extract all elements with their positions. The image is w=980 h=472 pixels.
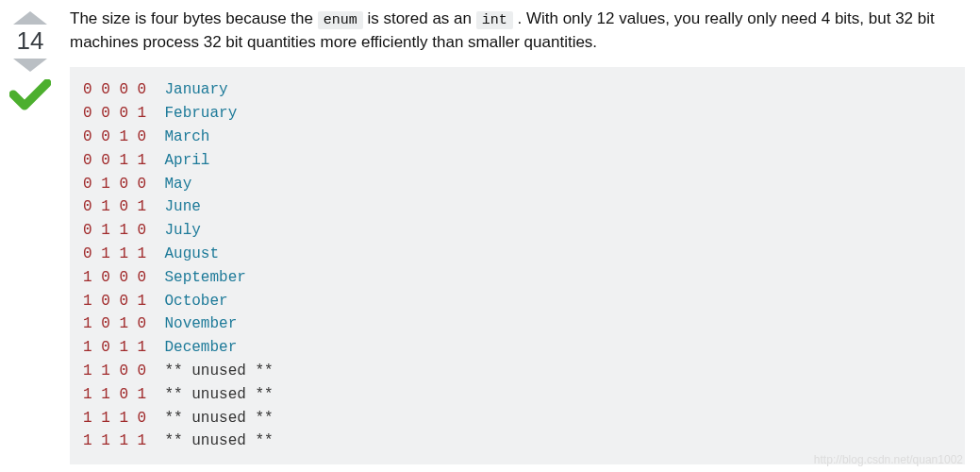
answer-body: The size is four bytes because the enum … — [70, 8, 965, 464]
answer-container: 14 The size is four bytes because the en… — [8, 8, 965, 464]
month-label: May — [164, 176, 191, 193]
code-line: 0 0 1 0 March — [83, 126, 952, 149]
code-line: 0 0 0 0 January — [83, 78, 952, 102]
accepted-check-icon[interactable] — [9, 79, 51, 115]
unused-label: ** unused ** — [164, 410, 273, 427]
code-line: 1 0 0 1 October — [83, 290, 952, 313]
bit-pattern: 1 0 1 0 — [83, 315, 146, 332]
text-fragment: The size is four bytes because the — [70, 9, 318, 27]
code-line: 0 1 1 0 July — [83, 219, 952, 243]
bit-pattern: 0 0 1 0 — [83, 128, 146, 145]
code-line: 0 0 1 1 April — [83, 149, 952, 173]
code-line: 1 0 0 0 September — [83, 266, 952, 290]
bit-pattern: 1 1 1 1 — [83, 432, 146, 449]
bit-pattern: 0 0 0 0 — [83, 81, 146, 98]
bit-pattern: 1 0 1 1 — [83, 339, 146, 356]
bit-pattern: 1 0 0 1 — [83, 293, 146, 310]
bit-pattern: 0 0 1 1 — [83, 152, 146, 169]
month-label: July — [164, 222, 200, 239]
code-line: 0 0 0 1 February — [83, 102, 952, 126]
month-label: February — [164, 105, 237, 122]
code-line: 0 1 0 0 May — [83, 173, 952, 196]
inline-code: enum — [318, 11, 363, 29]
bit-pattern: 0 0 0 1 — [83, 105, 146, 122]
month-label: April — [164, 152, 209, 169]
month-label: December — [164, 339, 237, 356]
bit-pattern: 0 1 0 1 — [83, 198, 146, 215]
code-line: 0 1 1 1 August — [83, 243, 952, 266]
bit-pattern: 0 1 1 1 — [83, 245, 146, 262]
vote-score: 14 — [17, 28, 44, 53]
month-label: June — [164, 198, 200, 215]
unused-label: ** unused ** — [164, 362, 273, 379]
code-line: 0 1 0 1 June — [83, 195, 952, 219]
code-line: 1 1 0 0 ** unused ** — [83, 360, 952, 383]
bit-pattern: 1 1 0 0 — [83, 362, 146, 379]
bit-pattern: 1 0 0 0 — [83, 269, 146, 286]
bit-pattern: 0 1 0 0 — [83, 176, 146, 193]
bit-pattern: 0 1 1 0 — [83, 222, 146, 239]
month-label: August — [164, 245, 219, 262]
unused-label: ** unused ** — [164, 386, 273, 403]
code-line: 1 0 1 1 December — [83, 336, 952, 360]
bit-pattern: 1 1 1 0 — [83, 410, 146, 427]
month-label: September — [164, 269, 245, 286]
inline-code: int — [476, 11, 513, 29]
month-label: January — [164, 81, 227, 98]
text-fragment: is stored as an — [363, 9, 476, 27]
answer-paragraph: The size is four bytes because the enum … — [70, 8, 965, 54]
code-block: 0 0 0 0 January0 0 0 1 February0 0 1 0 M… — [70, 67, 965, 464]
downvote-arrow-icon[interactable] — [13, 59, 47, 72]
month-label: October — [164, 293, 227, 310]
month-label: March — [164, 128, 209, 145]
upvote-arrow-icon[interactable] — [13, 11, 47, 25]
vote-column: 14 — [8, 8, 53, 115]
code-line: 1 1 1 1 ** unused ** — [83, 430, 952, 453]
code-line: 1 1 0 1 ** unused ** — [83, 383, 952, 407]
unused-label: ** unused ** — [164, 432, 273, 449]
bit-pattern: 1 1 0 1 — [83, 386, 146, 403]
code-line: 1 1 1 0 ** unused ** — [83, 407, 952, 430]
month-label: November — [164, 315, 237, 332]
code-line: 1 0 1 0 November — [83, 312, 952, 336]
